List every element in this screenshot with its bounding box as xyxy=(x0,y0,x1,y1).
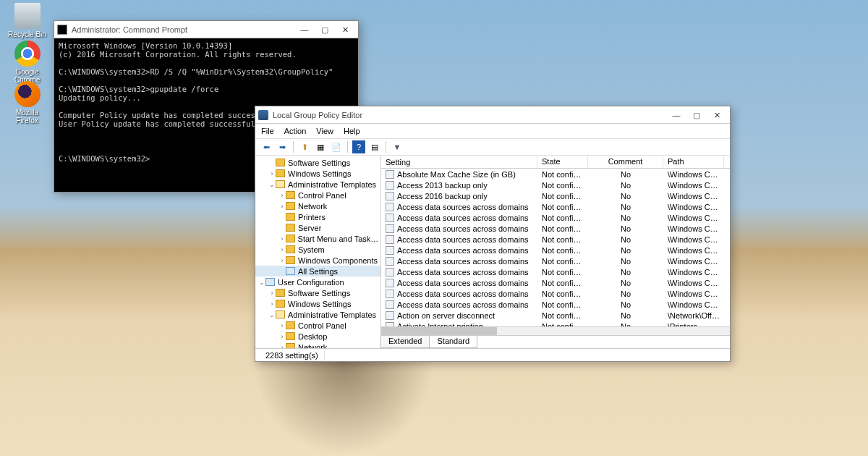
list-item[interactable]: Access 2013 backup onlyNot configuredNo\… xyxy=(381,180,730,190)
tree-item[interactable]: ›Control Panel xyxy=(255,320,380,331)
toolbar: ⬅ ➡ ⬆ ▦ 📄 ? ▤ ▼ xyxy=(255,138,730,156)
maximize-button[interactable]: ▢ xyxy=(686,108,707,122)
minimize-button[interactable]: — xyxy=(666,108,686,122)
menu-help[interactable]: Help xyxy=(344,127,360,135)
expander-icon[interactable]: › xyxy=(278,203,286,210)
desktop-icon-chrome[interactable]: Google Chrome xyxy=(7,41,47,84)
expander-icon[interactable]: › xyxy=(278,235,286,242)
back-button[interactable]: ⬅ xyxy=(260,140,273,153)
folder-icon xyxy=(286,213,295,221)
col-setting[interactable]: Setting xyxy=(381,156,537,168)
window-group-policy-editor[interactable]: Local Group Policy Editor — ▢ ✕ File Act… xyxy=(255,106,731,362)
expander-icon[interactable]: ⌄ xyxy=(258,279,265,286)
minimize-button[interactable]: — xyxy=(294,22,315,37)
tree-item[interactable]: Printers xyxy=(255,211,380,222)
expander-icon[interactable]: ⌄ xyxy=(268,181,276,188)
list-item[interactable]: Access 2016 backup onlyNot configuredNo\… xyxy=(381,190,730,201)
list-item[interactable]: Access data sources across domainsNot co… xyxy=(381,256,730,266)
expander-icon[interactable]: › xyxy=(278,322,286,329)
up-button[interactable]: ⬆ xyxy=(298,140,311,153)
list-item[interactable]: Access data sources across domainsNot co… xyxy=(381,223,730,234)
tree-item[interactable]: ›Software Settings xyxy=(255,287,380,298)
tree-item[interactable]: All Settings xyxy=(255,266,380,276)
setting-state: Not configured xyxy=(537,311,588,320)
tree-item[interactable]: Server xyxy=(255,222,380,233)
list-item[interactable]: Access data sources across domainsNot co… xyxy=(381,299,730,310)
expander-icon[interactable]: › xyxy=(268,170,276,177)
titlebar[interactable]: Administrator: Command Prompt — ▢ ✕ xyxy=(54,21,358,38)
setting-state: Not configured xyxy=(537,268,588,276)
menu-view[interactable]: View xyxy=(316,127,333,135)
close-button[interactable]: ✕ xyxy=(707,108,727,122)
tree-item[interactable]: ›Network xyxy=(255,200,380,211)
filter-button[interactable]: ▼ xyxy=(391,140,404,153)
desktop-icon-recycle-bin[interactable]: Recycle Bin xyxy=(7,3,47,38)
export-list-button[interactable]: 📄 xyxy=(330,140,343,153)
setting-name: Access data sources across domains xyxy=(397,246,529,255)
menu-action[interactable]: Action xyxy=(284,127,307,135)
expander-icon[interactable]: ⌄ xyxy=(268,311,276,318)
expander-icon[interactable]: › xyxy=(278,246,286,253)
tree-item[interactable]: Software Settings xyxy=(255,157,380,168)
list-item[interactable]: Access data sources across domainsNot co… xyxy=(381,212,730,223)
titlebar[interactable]: Local Group Policy Editor — ▢ ✕ xyxy=(255,106,730,124)
scrollbar-thumb[interactable] xyxy=(381,327,497,335)
list-item[interactable]: Access data sources across domainsNot co… xyxy=(381,266,730,277)
tree-item[interactable]: ›Network xyxy=(255,342,380,348)
list-item[interactable]: Access data sources across domainsNot co… xyxy=(381,288,730,299)
tree-item[interactable]: ⌄Administrative Templates xyxy=(255,309,380,320)
close-button[interactable]: ✕ xyxy=(335,22,355,37)
col-comment[interactable]: Comment xyxy=(588,156,663,168)
help-button[interactable]: ? xyxy=(352,140,365,153)
folder-icon xyxy=(286,332,295,340)
setting-path: \Windows Compo xyxy=(663,170,724,179)
setting-path: \Windows Compo xyxy=(663,290,724,298)
list-item[interactable]: Activate Internet printingNot configured… xyxy=(381,321,730,326)
setting-state: Not configured xyxy=(537,203,588,211)
policy-icon xyxy=(386,279,394,287)
tree-item-label: Control Panel xyxy=(298,191,346,200)
tab-standard[interactable]: Standard xyxy=(429,336,477,348)
list-item[interactable]: Action on server disconnectNot configure… xyxy=(381,310,730,321)
tree-item[interactable]: ›Windows Components xyxy=(255,255,380,266)
forward-button[interactable]: ➡ xyxy=(276,140,289,153)
show-hide-tree-button[interactable]: ▦ xyxy=(314,140,327,153)
tree-item[interactable]: ›Windows Settings xyxy=(255,298,380,309)
settings-list[interactable]: Absolute Max Cache Size (in GB)Not confi… xyxy=(381,169,730,326)
setting-comment: No xyxy=(588,290,663,298)
desktop-icon-firefox[interactable]: Mozilla Firefox xyxy=(7,81,47,124)
list-item[interactable]: Access data sources across domainsNot co… xyxy=(381,245,730,256)
tree-item[interactable]: ›System xyxy=(255,244,380,255)
maximize-button[interactable]: ▢ xyxy=(315,22,335,37)
list-pane: Setting State Comment Path Absolute Max … xyxy=(381,156,730,348)
expander-icon[interactable]: › xyxy=(268,290,276,297)
setting-comment: No xyxy=(588,170,663,179)
tree-item[interactable]: ›Windows Settings xyxy=(255,168,380,179)
tree-pane[interactable]: Software Settings›Windows Settings⌄Admin… xyxy=(255,156,381,348)
tree-item-label: Windows Components xyxy=(298,256,378,265)
properties-button[interactable]: ▤ xyxy=(368,140,381,153)
list-item[interactable]: Access data sources across domainsNot co… xyxy=(381,277,730,288)
expander-icon[interactable]: › xyxy=(278,333,286,340)
expander-icon[interactable]: › xyxy=(278,192,286,199)
menu-file[interactable]: File xyxy=(261,127,274,135)
folder-icon xyxy=(286,235,295,242)
tree-item[interactable]: ⌄User Configuration xyxy=(255,276,380,287)
tree-item[interactable]: ›Desktop xyxy=(255,331,380,342)
tree-item[interactable]: ⌄Administrative Templates xyxy=(255,179,380,190)
setting-name: Access 2016 backup only xyxy=(397,192,488,200)
tab-extended[interactable]: Extended xyxy=(380,336,430,348)
list-item[interactable]: Access data sources across domainsNot co… xyxy=(381,234,730,245)
horizontal-scrollbar[interactable] xyxy=(381,326,730,335)
list-item[interactable]: Absolute Max Cache Size (in GB)Not confi… xyxy=(381,169,730,180)
setting-comment: No xyxy=(588,192,663,200)
tree-item[interactable]: ›Control Panel xyxy=(255,190,380,200)
desktop-icon-label: Mozilla Firefox xyxy=(7,109,47,124)
col-state[interactable]: State xyxy=(537,156,588,168)
setting-name: Absolute Max Cache Size (in GB) xyxy=(397,170,516,179)
tree-item[interactable]: ›Start Menu and Taskbar xyxy=(255,233,380,244)
col-path[interactable]: Path xyxy=(663,156,724,168)
list-item[interactable]: Access data sources across domainsNot co… xyxy=(381,201,730,212)
expander-icon[interactable]: › xyxy=(268,300,276,308)
expander-icon[interactable]: › xyxy=(278,257,286,264)
